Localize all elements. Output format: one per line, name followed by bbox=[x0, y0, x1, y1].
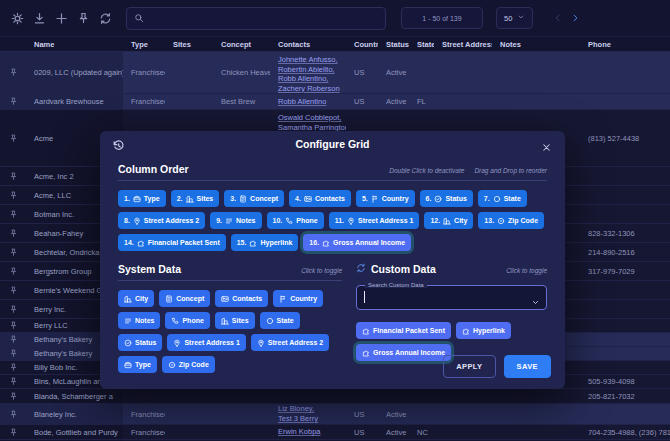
row-pin-icon[interactable] bbox=[0, 167, 26, 185]
system-pill-concept[interactable]: Concept bbox=[159, 290, 210, 307]
system-pill-phone[interactable]: Phone bbox=[165, 312, 209, 329]
contact-link[interactable]: Erwin Kobpa bbox=[278, 427, 321, 437]
column-pill-notes[interactable]: 9.Notes bbox=[210, 212, 261, 229]
system-pill-street-address-2[interactable]: Street Address 2 bbox=[251, 334, 329, 351]
row-pin-icon[interactable] bbox=[0, 52, 26, 93]
custom-pill-hyperlink[interactable]: Hyperlink bbox=[456, 322, 511, 339]
system-pill-type[interactable]: Type bbox=[118, 356, 157, 373]
cell-country: US bbox=[346, 52, 378, 93]
column-header-phone[interactable]: Phone bbox=[580, 40, 670, 49]
contact-link[interactable]: Liz Bloney, bbox=[278, 404, 314, 414]
column-pill-concept[interactable]: 3.Concept bbox=[224, 190, 284, 207]
table-row[interactable]: Blaneley Inc.FranchiseeLiz Bloney,Test 3… bbox=[0, 404, 670, 425]
column-header-type[interactable]: Type bbox=[123, 40, 165, 49]
notes-icon bbox=[225, 217, 233, 225]
table-row[interactable]: 0209, LLC (Updated again)FranchiseeChick… bbox=[0, 52, 670, 94]
cell-notes bbox=[492, 52, 580, 93]
column-header-name[interactable]: Name bbox=[26, 40, 123, 49]
column-pill-financial-packet-sent[interactable]: 14.Financial Packet Sent bbox=[118, 234, 226, 251]
column-pill-hyperlink[interactable]: 15.Hyperlink bbox=[231, 234, 299, 251]
row-pin-icon[interactable] bbox=[0, 425, 26, 439]
row-pin-icon[interactable] bbox=[0, 300, 26, 318]
column-header-status[interactable]: Status bbox=[378, 40, 409, 49]
prev-page-button[interactable] bbox=[552, 12, 564, 24]
column-pill-type[interactable]: 1.Type bbox=[118, 190, 166, 207]
system-pill-contacts[interactable]: Contacts bbox=[215, 290, 268, 307]
row-pin-icon[interactable] bbox=[0, 389, 26, 403]
custom-pill-gross-annual-income[interactable]: Gross Annual Income bbox=[356, 344, 451, 361]
row-pin-icon[interactable] bbox=[0, 404, 26, 424]
sync-icon[interactable] bbox=[356, 263, 366, 275]
contact-link[interactable]: Robb Allentino bbox=[278, 97, 326, 107]
column-pill-zip-code[interactable]: 13.Zip Code bbox=[478, 212, 544, 229]
column-pill-street-address-2[interactable]: 8.Street Address 2 bbox=[118, 212, 205, 229]
system-pill-country[interactable]: Country bbox=[273, 290, 323, 307]
table-row[interactable]: Blanda, Schamberger a205-821-7032 bbox=[0, 389, 670, 404]
column-pill-city[interactable]: 12.City bbox=[424, 212, 473, 229]
pill-label: Status bbox=[445, 195, 466, 202]
add-button[interactable] bbox=[54, 11, 69, 26]
row-pin-icon[interactable] bbox=[0, 375, 26, 388]
column-pill-sites[interactable]: 2.Sites bbox=[171, 190, 220, 207]
system-pill-city[interactable]: City bbox=[118, 290, 154, 307]
contact-link[interactable]: Robertin Abielito, bbox=[278, 65, 335, 75]
row-pin-icon[interactable] bbox=[0, 262, 26, 280]
page-size-select[interactable]: 50 bbox=[496, 7, 533, 29]
row-pin-icon[interactable] bbox=[0, 281, 26, 299]
table-row[interactable]: Bode, Gottlieb and PurdyFranchiseeErwin … bbox=[0, 425, 670, 440]
cell-contacts bbox=[270, 389, 346, 403]
column-header-concept[interactable]: Concept bbox=[213, 40, 270, 49]
contact-link[interactable]: Johnette Anfusso, bbox=[278, 55, 338, 65]
restore-history-icon[interactable] bbox=[112, 138, 125, 151]
save-button[interactable]: SAVE bbox=[504, 355, 551, 378]
column-header-state[interactable]: State bbox=[409, 40, 434, 49]
column-pill-state[interactable]: 7.State bbox=[478, 190, 527, 207]
row-pin-icon[interactable] bbox=[0, 319, 26, 332]
system-pill-street-address-1[interactable]: Street Address 1 bbox=[167, 334, 245, 351]
flag-icon bbox=[371, 195, 379, 203]
contact-link[interactable]: Test 3 Berry bbox=[278, 414, 318, 424]
chevron-down-icon[interactable] bbox=[531, 293, 540, 302]
row-pin-icon[interactable] bbox=[0, 224, 26, 242]
column-pill-status[interactable]: 6.Status bbox=[420, 190, 473, 207]
column-pill-street-address-1[interactable]: 11.Street Address 1 bbox=[329, 212, 420, 229]
system-pill-state[interactable]: State bbox=[260, 312, 300, 329]
close-icon[interactable] bbox=[541, 139, 552, 150]
apply-button[interactable]: APPLY bbox=[443, 355, 495, 378]
column-pill-country[interactable]: 5.Country bbox=[356, 190, 415, 207]
pin-button[interactable] bbox=[76, 11, 91, 26]
column-header-country[interactable]: Country bbox=[346, 40, 378, 49]
cell-phone: 214-890-2516 bbox=[580, 243, 670, 261]
column-header-notes[interactable]: Notes bbox=[492, 40, 580, 49]
custom-data-search-select[interactable]: Search Custom Data bbox=[356, 285, 547, 310]
settings-button[interactable] bbox=[10, 11, 25, 26]
contact-link[interactable]: Robb Allentino, bbox=[278, 74, 328, 84]
system-pill-status[interactable]: Status bbox=[118, 334, 162, 351]
column-header-street-address-2[interactable]: Street Address 2 bbox=[434, 40, 492, 49]
table-row[interactable]: Aardvark BrewhouseFranchiseeBest BrewRob… bbox=[0, 94, 670, 110]
row-pin-icon[interactable] bbox=[0, 205, 26, 223]
system-pill-notes[interactable]: Notes bbox=[118, 312, 160, 329]
row-pin-icon[interactable] bbox=[0, 333, 26, 346]
system-pill-zip-code[interactable]: Zip Code bbox=[162, 356, 215, 373]
column-header-sites[interactable]: Sites bbox=[165, 40, 213, 49]
refresh-button[interactable] bbox=[98, 11, 113, 26]
row-pin-icon[interactable] bbox=[0, 361, 26, 374]
next-page-button[interactable] bbox=[569, 12, 581, 24]
contact-link[interactable]: Zachery Roberson bbox=[278, 84, 340, 93]
custom-pill-financial-packet-sent[interactable]: Financial Packet Sent bbox=[356, 322, 451, 339]
column-pill-contacts[interactable]: 4.Contacts bbox=[289, 190, 351, 207]
column-pill-phone[interactable]: 10.Phone bbox=[267, 212, 324, 229]
search-input[interactable] bbox=[149, 13, 378, 24]
row-pin-icon[interactable] bbox=[0, 243, 26, 261]
row-pin-icon[interactable] bbox=[0, 186, 26, 204]
column-header-contacts[interactable]: Contacts bbox=[270, 40, 346, 49]
contact-link[interactable]: Oswald Cobblepot, bbox=[278, 113, 341, 123]
row-pin-icon[interactable] bbox=[0, 347, 26, 360]
download-button[interactable] bbox=[32, 11, 47, 26]
row-pin-icon[interactable] bbox=[0, 94, 26, 109]
cell-phone: 828-332-1306 bbox=[580, 224, 670, 242]
row-pin-icon[interactable] bbox=[0, 110, 26, 166]
system-pill-sites[interactable]: Sites bbox=[215, 312, 255, 329]
column-pill-gross-annual-income[interactable]: 16.Gross Annual Income bbox=[303, 234, 411, 251]
